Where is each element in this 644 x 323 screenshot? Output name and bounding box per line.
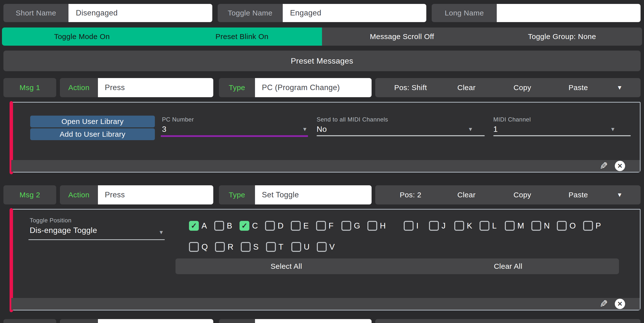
preset-item-q[interactable]: ✓Q xyxy=(189,242,208,252)
checkbox-u[interactable]: ✓ xyxy=(291,242,301,252)
checkbox-n[interactable]: ✓ xyxy=(531,221,541,231)
checkbox-t[interactable]: ✓ xyxy=(266,242,276,252)
add-to-user-library-button[interactable]: Add to User Library xyxy=(30,128,155,140)
preset-item-b[interactable]: ✓B xyxy=(214,221,232,231)
open-user-library-button[interactable]: Open User Library xyxy=(30,116,155,128)
msg2-tag[interactable]: Msg 2 xyxy=(4,185,56,204)
clear-all-button[interactable]: Clear All xyxy=(397,262,619,270)
long-name-input[interactable] xyxy=(497,4,640,22)
send-all-arrow-icon[interactable]: ▼ xyxy=(468,126,473,132)
toggle-name-input[interactable] xyxy=(283,4,426,22)
toggle-group-button[interactable]: Toggle Group: None xyxy=(482,28,642,46)
checkbox-b[interactable]: ✓ xyxy=(214,221,224,231)
msg2-pos-button[interactable]: Pos: 2 xyxy=(382,191,438,199)
msg1-copy-button[interactable]: Copy xyxy=(494,84,550,92)
preset-editor-page: Short Name Toggle Name Long Name Toggle … xyxy=(0,0,644,323)
checkbox-l[interactable]: ✓ xyxy=(480,221,490,231)
edit-icon[interactable]: ✎ xyxy=(600,161,608,171)
checkbox-e[interactable]: ✓ xyxy=(291,221,301,231)
close-icon[interactable]: ✕ xyxy=(615,161,625,171)
message-scroll-button[interactable]: Message Scroll Off xyxy=(322,28,482,46)
pc-number-arrow-icon[interactable]: ▼ xyxy=(302,126,308,132)
msg2-clear-button[interactable]: Clear xyxy=(438,191,494,199)
checkbox-label: B xyxy=(227,221,232,230)
checkbox-label: O xyxy=(570,221,576,230)
preset-item-p[interactable]: ✓P xyxy=(583,221,601,231)
msg2-collapse-arrow-icon[interactable]: ▼ xyxy=(606,192,633,198)
toggle-position-value[interactable]: Dis-engage Toggle xyxy=(30,226,97,235)
preset-item-d[interactable]: ✓D xyxy=(265,221,284,231)
msg1-tag[interactable]: Msg 1 xyxy=(4,78,56,97)
preset-item-k[interactable]: ✓K xyxy=(454,221,472,231)
checkbox-o[interactable]: ✓ xyxy=(557,221,567,231)
msg1-type-select[interactable]: PC (Program Change) xyxy=(255,78,372,97)
preset-item-v[interactable]: ✓V xyxy=(317,242,335,252)
long-name-field: Long Name xyxy=(432,4,640,22)
midi-channel-value[interactable]: 1 xyxy=(493,125,498,134)
msg3-type-select[interactable] xyxy=(255,319,372,323)
preset-item-f[interactable]: ✓F xyxy=(316,221,334,231)
preset-item-e[interactable]: ✓E xyxy=(291,221,309,231)
send-all-value[interactable]: No xyxy=(316,125,327,134)
checkbox-label: H xyxy=(380,221,386,230)
checkbox-s[interactable]: ✓ xyxy=(241,242,250,252)
checkbox-h[interactable]: ✓ xyxy=(368,221,377,231)
preset-item-n[interactable]: ✓N xyxy=(531,221,550,231)
checkbox-i[interactable]: ✓ xyxy=(404,221,414,231)
preset-item-s[interactable]: ✓S xyxy=(241,242,259,252)
midi-channel-label: MIDI Channel xyxy=(493,116,531,123)
msg1-action-select[interactable]: Press xyxy=(98,78,213,97)
preset-item-l[interactable]: ✓L xyxy=(480,221,498,231)
preset-item-o[interactable]: ✓O xyxy=(557,221,576,231)
preset-item-h[interactable]: ✓H xyxy=(368,221,386,231)
short-name-field: Short Name xyxy=(4,4,212,22)
msg3-type-label xyxy=(219,319,255,323)
checkbox-a[interactable]: ✓ xyxy=(189,221,199,231)
msg1-clear-button[interactable]: Clear xyxy=(438,84,494,92)
edit-icon[interactable]: ✎ xyxy=(600,299,608,309)
checkbox-label: S xyxy=(253,242,259,252)
msg2-type-select[interactable]: Set Toggle xyxy=(255,185,372,204)
checkbox-c[interactable]: ✓ xyxy=(240,221,249,231)
msg3-tag[interactable] xyxy=(4,319,56,323)
toggle-position-arrow-icon[interactable]: ▼ xyxy=(158,229,164,236)
msg1-paste-button[interactable]: Paste xyxy=(550,84,606,92)
checkbox-d[interactable]: ✓ xyxy=(265,221,275,231)
checkbox-label: T xyxy=(278,242,284,252)
midi-channel-arrow-icon[interactable]: ▼ xyxy=(610,126,616,132)
preset-item-u[interactable]: ✓U xyxy=(291,242,310,252)
msg2-copy-button[interactable]: Copy xyxy=(494,191,550,199)
preset-item-i[interactable]: ✓I xyxy=(404,221,422,231)
checkbox-r[interactable]: ✓ xyxy=(215,242,225,252)
preset-item-c[interactable]: ✓C xyxy=(240,221,258,231)
close-icon[interactable]: ✕ xyxy=(615,299,625,309)
msg1-detail-panel: Open User Library Add to User Library PC… xyxy=(11,102,640,172)
preset-blink-button[interactable]: Preset Blink On xyxy=(162,28,322,46)
msg2-paste-button[interactable]: Paste xyxy=(550,191,606,199)
msg1-collapse-arrow-icon[interactable]: ▼ xyxy=(606,84,633,91)
toggle-position-label: Toggle Position xyxy=(30,217,72,224)
msg3-action-select[interactable] xyxy=(98,319,213,323)
toggle-mode-button[interactable]: Toggle Mode On xyxy=(2,28,162,46)
checkbox-m[interactable]: ✓ xyxy=(505,221,515,231)
short-name-input[interactable] xyxy=(68,4,212,22)
select-all-button[interactable]: Select All xyxy=(176,262,397,270)
msg2-action-select[interactable]: Press xyxy=(98,185,213,204)
checkbox-f[interactable]: ✓ xyxy=(316,221,326,231)
checkbox-label: V xyxy=(329,242,335,252)
preset-item-r[interactable]: ✓R xyxy=(215,242,234,252)
preset-item-g[interactable]: ✓G xyxy=(342,221,360,231)
check-icon: ✓ xyxy=(241,222,248,230)
preset-item-a[interactable]: ✓A xyxy=(189,221,207,231)
checkbox-k[interactable]: ✓ xyxy=(454,221,464,231)
checkbox-g[interactable]: ✓ xyxy=(342,221,351,231)
preset-item-t[interactable]: ✓T xyxy=(266,242,284,252)
msg1-pos-button[interactable]: Pos: Shift xyxy=(382,84,438,92)
preset-item-j[interactable]: ✓J xyxy=(429,221,447,231)
preset-item-m[interactable]: ✓M xyxy=(505,221,524,231)
pc-number-value[interactable]: 3 xyxy=(162,125,166,134)
checkbox-p[interactable]: ✓ xyxy=(583,221,593,231)
checkbox-q[interactable]: ✓ xyxy=(189,242,199,252)
checkbox-v[interactable]: ✓ xyxy=(317,242,327,252)
checkbox-j[interactable]: ✓ xyxy=(429,221,439,231)
